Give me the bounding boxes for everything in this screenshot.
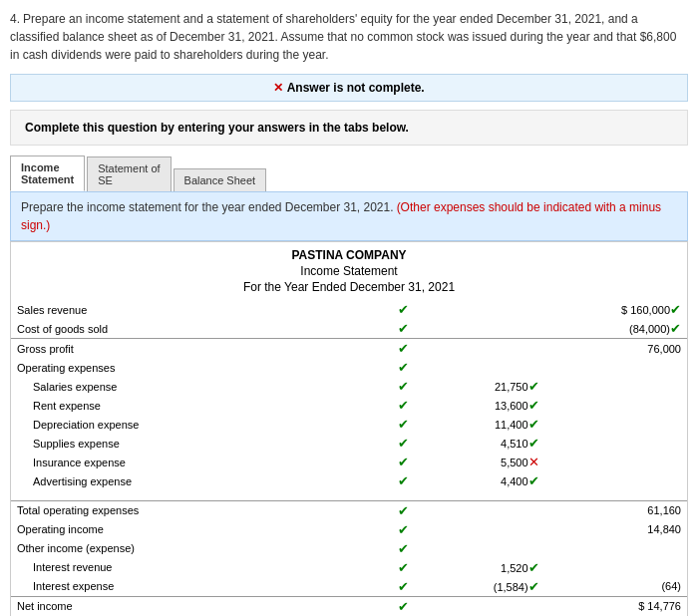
row-check-icon: ✔ <box>383 577 424 597</box>
row-right-value <box>545 434 687 453</box>
company-name: PASTINA COMPANY <box>11 242 687 264</box>
complete-box: Complete this question by entering your … <box>10 110 688 146</box>
row-right-value: 76,000 <box>545 339 687 359</box>
row-mid-value <box>424 358 545 377</box>
row-label: Net income <box>11 596 383 616</box>
row-check-icon: ✔ <box>383 358 424 377</box>
company-statement: Income Statement <box>11 264 687 280</box>
checkmark-green-icon: ✔ <box>528 417 539 432</box>
table-row: Operating income✔14,840 <box>11 520 687 539</box>
instruction-bar: Prepare the income statement for the yea… <box>10 191 688 241</box>
row-check-icon: ✔ <box>383 377 424 396</box>
row-mid-value <box>424 596 545 616</box>
checkmark-green-icon: ✔ <box>398 455 409 469</box>
row-right-value: $ 14,776 <box>545 596 687 616</box>
row-label: Gross profit <box>11 339 383 359</box>
row-right-value: 61,160 <box>545 500 687 520</box>
checkmark-green-icon: ✔ <box>398 473 409 488</box>
row-right-value <box>545 396 687 415</box>
checkmark-green-icon: ✔ <box>528 579 539 594</box>
table-row: Operating expenses✔ <box>11 358 687 377</box>
row-mid-value: 1,520✔ <box>424 558 545 577</box>
checkmark-green-icon: ✔ <box>398 360 409 375</box>
row-label: Cost of goods sold <box>11 319 383 339</box>
tabs-row: IncomeStatement Statement ofSE Balance S… <box>10 155 688 191</box>
row-check-icon: ✔ <box>383 471 424 490</box>
row-label: Operating expenses <box>11 358 383 377</box>
row-mid-value <box>424 500 545 520</box>
instruction-text: Prepare the income statement for the yea… <box>21 200 394 214</box>
row-right-value: 14,840 <box>545 520 687 539</box>
checkmark-green-icon: ✔ <box>528 379 539 394</box>
tab-income-statement[interactable]: IncomeStatement <box>10 155 85 191</box>
table-row: Cost of goods sold✔(84,000)✔ <box>11 319 687 339</box>
row-check-icon: ✔ <box>383 453 424 471</box>
row-mid-value: (1,584)✔ <box>424 577 545 597</box>
income-statement-table: Sales revenue✔$ 160,000✔Cost of goods so… <box>11 300 687 616</box>
checkmark-green-icon: ✔ <box>398 417 409 432</box>
table-row: Advertising expense✔4,400✔ <box>11 471 687 490</box>
row-mid-value: 13,600✔ <box>424 396 545 415</box>
row-check-icon: ✔ <box>383 520 424 539</box>
checkmark-green-icon: ✔ <box>398 321 409 336</box>
table-row: Supplies expense✔4,510✔ <box>11 434 687 453</box>
checkmark-green-icon: ✔ <box>398 379 409 394</box>
row-check-icon: ✔ <box>383 596 424 616</box>
row-label: Interest expense <box>11 577 383 597</box>
row-label: Total operating expenses <box>11 500 383 520</box>
answer-incomplete-icon: ✕ <box>273 81 283 95</box>
checkmark-green-icon: ✔ <box>670 321 681 336</box>
row-label: Salaries expense <box>11 377 383 396</box>
row-mid-value <box>424 300 545 319</box>
row-label: Operating income <box>11 520 383 539</box>
table-row: Depreciation expense✔11,400✔ <box>11 415 687 434</box>
tab-balance-sheet[interactable]: Balance Sheet <box>174 168 267 191</box>
row-label: Other income (expense) <box>11 539 383 558</box>
complete-message: Complete this question by entering your … <box>25 121 409 135</box>
row-check-icon: ✔ <box>383 396 424 415</box>
row-check-icon: ✔ <box>383 319 424 339</box>
checkmark-green-icon: ✔ <box>398 398 409 413</box>
income-statement-table-container: PASTINA COMPANY Income Statement For the… <box>10 241 688 616</box>
row-right-value <box>545 539 687 558</box>
row-check-icon: ✔ <box>383 434 424 453</box>
table-row: Gross profit✔76,000 <box>11 339 687 359</box>
table-row: Salaries expense✔21,750✔ <box>11 377 687 396</box>
checkmark-green-icon: ✔ <box>398 560 409 575</box>
row-check-icon: ✔ <box>383 558 424 577</box>
row-mid-value: 4,400✔ <box>424 471 545 490</box>
checkmark-green-icon: ✔ <box>398 503 409 518</box>
row-check-icon: ✔ <box>383 500 424 520</box>
table-row: Interest revenue✔1,520✔ <box>11 558 687 577</box>
row-label: Insurance expense <box>11 453 383 471</box>
checkmark-green-icon: ✔ <box>528 473 539 488</box>
checkmark-green-icon: ✔ <box>398 599 409 614</box>
row-label: Rent expense <box>11 396 383 415</box>
row-label: Supplies expense <box>11 434 383 453</box>
row-label: Interest revenue <box>11 558 383 577</box>
checkmark-green-icon: ✔ <box>528 398 539 413</box>
row-right-value <box>545 471 687 490</box>
row-check-icon: ✔ <box>383 300 424 319</box>
row-label: Sales revenue <box>11 300 383 319</box>
row-mid-value: 21,750✔ <box>424 377 545 396</box>
checkmark-green-icon: ✔ <box>398 579 409 594</box>
table-row: Net income✔$ 14,776 <box>11 596 687 616</box>
company-period: For the Year Ended December 31, 2021 <box>11 280 687 300</box>
table-row: Other income (expense)✔ <box>11 539 687 558</box>
row-right-value <box>545 415 687 434</box>
tab-statement-se[interactable]: Statement ofSE <box>87 156 171 191</box>
checkmark-green-icon: ✔ <box>398 541 409 556</box>
answer-banner: ✕ Answer is not complete. <box>10 74 688 102</box>
answer-incomplete-text: Answer is not complete. <box>287 81 425 95</box>
checkmark-green-icon: ✔ <box>398 302 409 317</box>
checkmark-green-icon: ✔ <box>528 436 539 451</box>
table-row: Sales revenue✔$ 160,000✔ <box>11 300 687 319</box>
row-label: Advertising expense <box>11 471 383 490</box>
row-mid-value: 11,400✔ <box>424 415 545 434</box>
table-row: Rent expense✔13,600✔ <box>11 396 687 415</box>
table-row: Insurance expense✔5,500✕ <box>11 453 687 471</box>
question-text: 4. Prepare an income statement and a sta… <box>10 10 688 64</box>
row-check-icon: ✔ <box>383 539 424 558</box>
row-right-value: $ 160,000✔ <box>545 300 687 319</box>
